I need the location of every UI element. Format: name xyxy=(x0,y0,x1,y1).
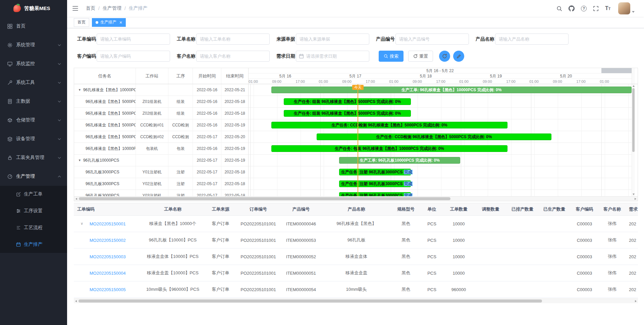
breadcrumb-item-home[interactable]: 首页 xyxy=(86,5,95,11)
order-link[interactable]: MO202205150003 xyxy=(90,254,126,259)
sidebar-item-system-management[interactable]: 系统管理 xyxy=(0,36,67,54)
col-header-order-no: 订单编号 xyxy=(236,203,280,216)
sidebar-item-fixture[interactable]: 工装夹具管理 xyxy=(0,148,67,167)
breadcrumb: 首页 / 生产管理 / 生产排产 xyxy=(86,5,148,11)
gantt-task-row[interactable]: 96孔移液盒【黑色】5000PCSZ01组装机组装2022-05-162022-… xyxy=(74,96,248,108)
sidebar-item-production-scheduling[interactable]: 生产排产 xyxy=(0,236,67,253)
order-link[interactable]: MO202205150005 xyxy=(90,287,126,292)
reset-button[interactable]: 重置 xyxy=(408,51,433,62)
customer-code-input[interactable] xyxy=(97,51,170,62)
search-button[interactable]: 搜索 xyxy=(379,51,404,62)
table-row[interactable]: MO202205150005 10mm吸头【960000】PCS 客户订单 PO… xyxy=(74,281,638,298)
order-link[interactable]: MO202205150004 xyxy=(90,271,126,276)
order-link[interactable]: MO202205150001 xyxy=(90,221,126,226)
gantt-bar-task[interactable]: 生产任务: CCD检测 96孔移液盒【黑色】5000PCS 完成比例: 0% xyxy=(317,133,551,140)
scrollbar-thumb[interactable] xyxy=(632,88,635,152)
cell-order-source: 客户订单 xyxy=(205,249,236,265)
tab-production-scheduling[interactable]: 生产排产 × xyxy=(92,18,126,27)
gantt-bar-task[interactable]: 生产任务: 注塑 96孔孔板3000PCS 完成 xyxy=(339,192,411,196)
task-start: 2022-05-17 xyxy=(193,178,221,189)
sidebar-item-process-flow[interactable]: 工艺流程 xyxy=(0,219,67,236)
scroll-right-arrow-icon[interactable] xyxy=(635,198,636,200)
task-process: 组装 xyxy=(168,96,193,107)
sidebar-item-warehouse[interactable]: 仓储管理 xyxy=(0,111,67,129)
gantt-task-row[interactable]: 96孔移液盒【黑色】5000PCSCCD检测#02CCD检测2022-05-17… xyxy=(74,131,248,143)
search-icon[interactable] xyxy=(556,6,562,11)
gantt-bar-work-order[interactable]: 生产工单: 96孔移液盒【黑色】10000PCS 完成比例: 0% xyxy=(271,87,632,93)
hour-label: 09:00 xyxy=(553,79,562,84)
expand-caret-icon[interactable]: ∨ xyxy=(80,221,83,226)
scroll-left-arrow-icon[interactable] xyxy=(75,300,77,302)
breadcrumb-separator: / xyxy=(98,6,100,11)
font-size-icon[interactable]: TT xyxy=(605,6,610,11)
gantt-bar-task[interactable]: 生产任务: 注塑 96孔孔板3000PCS 完成 xyxy=(339,169,411,175)
cell-order-source: 客户订单 xyxy=(205,216,236,232)
table-row[interactable]: MO202205150002 96孔孔板【10000】PCS 客户订单 PO20… xyxy=(74,232,638,249)
user-menu[interactable] xyxy=(618,2,635,14)
gantt-bar-task[interactable]: 生产任务: 组装 96孔移液盒【黑色】5000PCS 完成比例: 0% xyxy=(284,110,411,117)
table-row[interactable]: MO202205150004 移液盒盒盖【10000】PCS 客户订单 PO20… xyxy=(74,265,638,281)
task-station: Z02组装机 xyxy=(136,108,169,119)
sidebar-item-home[interactable]: 首页 xyxy=(0,17,67,36)
gantt-bar-task[interactable]: 生产任务: 组装 96孔移液盒【黑色】5000PCS 完成比例: 0% xyxy=(284,98,411,105)
col-header-unit: 单位 xyxy=(421,203,443,216)
scrollbar-thumb[interactable] xyxy=(78,300,542,303)
scroll-down-arrow-icon[interactable] xyxy=(633,194,635,195)
gantt-bar-task[interactable]: 生产任务: 注塑 96孔孔板3000PCS 完成 xyxy=(339,180,411,187)
source-document-input[interactable] xyxy=(296,34,369,45)
tab-home[interactable]: 首页 xyxy=(74,18,89,27)
work-order-code-input[interactable] xyxy=(97,34,170,45)
product-code-input[interactable] xyxy=(395,34,469,45)
gantt-task-row[interactable]: 96孔移液盒【黑色】10000PCS包装机包装2022-05-162022-05… xyxy=(74,143,248,155)
gantt-task-row[interactable]: ▼96孔孔板10000PCS2022-05-172022-05-19 xyxy=(74,155,248,166)
col-header-produced-qty: 已生产数量 xyxy=(538,203,570,216)
scroll-right-arrow-icon[interactable] xyxy=(635,300,637,302)
edit-circle-button[interactable] xyxy=(453,51,464,62)
close-icon[interactable]: × xyxy=(119,20,122,25)
collapse-caret-icon[interactable]: ▼ xyxy=(78,88,81,92)
hamburger-icon[interactable] xyxy=(72,6,78,11)
sidebar-item-production-order[interactable]: 生产工单 xyxy=(0,186,67,203)
demand-date-input[interactable] xyxy=(296,51,369,62)
hour-label: 01:00 xyxy=(529,79,539,84)
table-row[interactable]: ∨MO202205150001 移液盒【黑色】10000个 客户订单 PO202… xyxy=(74,216,638,232)
gantt-task-row[interactable]: 96孔孔板3000PCSY01注塑机注塑2022-05-172022-05-18 xyxy=(74,166,248,178)
github-icon[interactable] xyxy=(569,5,575,11)
collapse-caret-icon[interactable]: ▼ xyxy=(78,159,81,162)
task-name: 96孔移液盒【黑色】5000PCS xyxy=(86,134,136,140)
fullscreen-icon[interactable] xyxy=(593,6,599,11)
cell-order-no: PO202205101001 xyxy=(236,281,280,298)
gantt-task-row[interactable]: ▼96孔移液盒【黑色】10000PCS2022-05-162022-05-21 xyxy=(74,84,248,96)
breadcrumb-item-production[interactable]: 生产管理 xyxy=(103,5,121,11)
scroll-left-arrow-icon[interactable] xyxy=(75,198,77,200)
scroll-up-arrow-icon[interactable] xyxy=(633,85,635,87)
avatar[interactable] xyxy=(618,2,630,14)
app-logo[interactable]: 苦糖果MES xyxy=(0,0,67,17)
sidebar-item-equipment[interactable]: 设备管理 xyxy=(0,129,67,148)
sidebar-item-system-monitor[interactable]: 系统监控 xyxy=(0,54,67,73)
table-row[interactable]: MO202205150003 移液盒盒体【10000】PCS 客户订单 PO20… xyxy=(74,249,638,265)
layers-icon xyxy=(7,137,12,142)
sidebar-item-production[interactable]: 生产管理 xyxy=(0,167,67,186)
gantt-task-row[interactable]: 96孔移液盒【黑色】5000PCSCCD检测#01CCD检测2022-05-16… xyxy=(74,119,248,131)
scrollbar-thumb[interactable] xyxy=(79,197,450,200)
refresh-circle-button[interactable] xyxy=(439,51,450,62)
sidebar-item-process-settings[interactable]: 工序设置 xyxy=(0,203,67,219)
gantt-task-row[interactable]: 96孔孔板3000PCSY02注塑机注塑2022-05-172022-05-18 xyxy=(74,178,248,190)
work-order-name-input[interactable] xyxy=(196,34,270,45)
gantt-bar-task[interactable]: 生产任务: 包装 96孔移液盒【黑色】10000PCS 完成比例: 0% xyxy=(271,145,507,152)
order-link[interactable]: MO202205150002 xyxy=(90,238,126,243)
gantt-task-row[interactable]: 96孔移液盒【黑色】5000PCSZ02组装机组装2022-05-162022-… xyxy=(74,108,248,119)
gantt-bar-task[interactable]: 生产任务: CCD检测 96孔移液盒【黑色】5000PCS 完成比例: 0% xyxy=(271,122,507,128)
filter-group: 客户名称 xyxy=(177,51,270,62)
customer-name-input[interactable] xyxy=(196,51,270,62)
product-name-input[interactable] xyxy=(495,34,569,45)
sidebar-item-system-tools[interactable]: 系统工具 xyxy=(0,73,67,92)
gantt-task-row[interactable]: 96孔孔板3000PCSY03注塑机注塑2022-05-172022-05-18 xyxy=(74,190,248,196)
hour-label: 01:00 xyxy=(249,79,258,84)
cell-customer-name: 张伟 xyxy=(599,249,626,265)
sidebar-item-master-data[interactable]: 主数据 xyxy=(0,92,67,111)
col-header-customer-name: 客户名称 xyxy=(599,203,626,216)
task-process: CCD检测 xyxy=(168,119,193,131)
help-icon[interactable]: ? xyxy=(581,6,587,11)
